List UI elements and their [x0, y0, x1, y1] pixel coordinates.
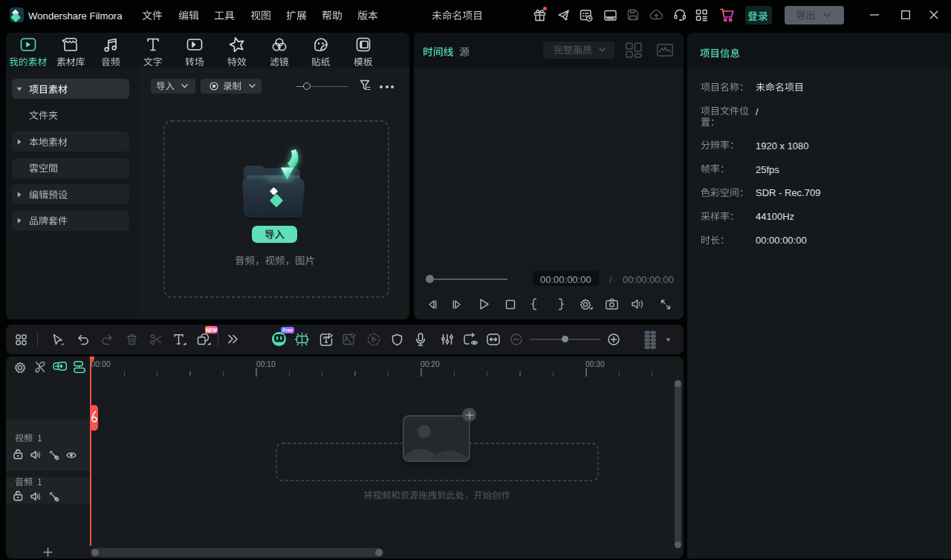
- svg-text:Free: Free: [282, 328, 293, 333]
- svg-text:NEW: NEW: [206, 328, 218, 333]
